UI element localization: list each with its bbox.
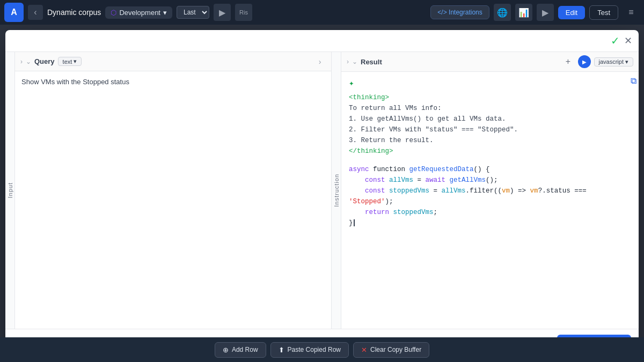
integrations-button[interactable]: </> Integrations — [430, 5, 489, 19]
copy-button[interactable]: ⧉ — [631, 76, 636, 86]
ris-label: Ris — [239, 9, 248, 16]
lang-chevron-icon: ▾ — [625, 58, 628, 65]
thinking-line-2: 1. Use getAllVms() to get all VMs data. — [349, 114, 631, 124]
add-row-button[interactable]: ⊕ Add Row — [215, 342, 266, 358]
branch-label: Development — [119, 9, 160, 17]
main-content: ✓ ✕ Input › ⌄ Query text ▾ — [0, 25, 644, 362]
result-code-content: ✦ <thinking> To return all VMs info: 1. … — [341, 72, 639, 329]
result-toggle-icon[interactable]: › — [347, 58, 349, 65]
branch-icon: ⬡ — [111, 9, 116, 17]
chart-icon: 📊 — [518, 8, 529, 18]
copy-icon: ⧉ — [631, 76, 636, 85]
result-col-actions: + ▶ javascript ▾ — [562, 55, 633, 68]
query-expand-icon[interactable]: › — [20, 58, 23, 65]
result-expand-icon[interactable]: ⌄ — [352, 58, 357, 65]
thinking-sparkle: ✦ — [349, 77, 631, 91]
input-label: Input — [7, 182, 13, 198]
code-line-3: const stoppedVms = allVms.filter((vm) =>… — [349, 186, 631, 207]
columns-wrapper: › ⌄ Query text ▾ › Show VMs with the Sto… — [15, 52, 639, 329]
result-col-title: Result — [361, 58, 382, 66]
page-title: Dynamic corpus — [47, 8, 101, 17]
ris-button[interactable]: Ris — [235, 4, 252, 21]
app-logo[interactable]: A — [4, 3, 24, 22]
edit-button[interactable]: Edit — [558, 6, 585, 19]
globe-icon: 🌐 — [497, 8, 508, 18]
panel-header: ✓ ✕ — [5, 30, 639, 52]
add-row-label: Add Row — [232, 346, 258, 353]
branch-selector[interactable]: ⬡ Development ▾ — [105, 6, 172, 19]
chart-button[interactable]: 📊 — [515, 4, 532, 21]
query-type-selector[interactable]: text ▾ — [58, 57, 82, 66]
paste-icon: ⬆ — [279, 346, 284, 354]
branch-chevron-icon: ▾ — [163, 9, 167, 17]
clear-icon: ✕ — [361, 346, 367, 354]
query-type-label: text — [63, 58, 72, 65]
add-row-icon: ⊕ — [223, 346, 229, 354]
thinking-open-tag: <thinking> — [349, 92, 631, 103]
result-area-wrap: ✦ <thinking> To return all VMs info: 1. … — [341, 72, 639, 329]
panel-body: Input › ⌄ Query text ▾ › — [5, 52, 639, 329]
query-text: Show VMs with the Stopped status — [21, 78, 129, 86]
result-play-icon: ▶ — [582, 59, 587, 65]
query-column: › ⌄ Query text ▾ › Show VMs with the Sto… — [15, 52, 332, 329]
result-col-header: › ⌄ Result + ▶ javascript — [341, 52, 639, 72]
result-column: › ⌄ Result + ▶ javascript — [341, 52, 639, 329]
thinking-line-4: 3. Return the result. — [349, 135, 631, 146]
query-col-title: Query — [34, 57, 55, 65]
env-select[interactable]: Last — [177, 6, 209, 19]
bottom-toolbar: ⊕ Add Row ⬆ Paste Copied Row ✕ Clear Cop… — [0, 337, 644, 362]
query-content: Show VMs with the Stopped status — [15, 71, 331, 329]
add-icon: + — [566, 57, 570, 67]
play-button[interactable]: ▶ — [537, 4, 554, 21]
play-icon: ▶ — [219, 8, 225, 18]
menu-icon: ≡ — [628, 8, 633, 17]
result-add-button[interactable]: + — [562, 55, 575, 68]
thinking-close-tag: </thinking> — [349, 146, 631, 157]
integrations-label: </> Integrations — [437, 9, 482, 16]
code-line-4: return stoppedVms; — [349, 207, 631, 218]
query-col-actions: › — [314, 56, 326, 68]
clear-label: Clear Copy Buffer — [370, 346, 421, 353]
clear-copy-buffer-button[interactable]: ✕ Clear Copy Buffer — [353, 342, 429, 358]
back-button[interactable]: ‹ — [28, 5, 43, 20]
test-button[interactable]: Test — [589, 5, 618, 20]
main-panel: ✓ ✕ Input › ⌄ Query text ▾ — [5, 30, 639, 357]
query-toggle-icon[interactable]: ⌄ — [26, 58, 31, 65]
code-line-5: } — [349, 218, 631, 228]
thinking-line-1: To return all VMs info: — [349, 103, 631, 114]
instruction-column: Instruction — [332, 52, 341, 329]
paste-label: Paste Copied Row — [288, 346, 341, 353]
query-type-chevron-icon: ▾ — [74, 58, 77, 65]
result-play-button[interactable]: ▶ — [578, 55, 591, 68]
close-button[interactable]: ✕ — [624, 35, 632, 47]
language-label: javascript — [599, 58, 624, 65]
query-col-header: › ⌄ Query text ▾ › — [15, 52, 331, 71]
thinking-line-3: 2. Filter VMs with "status" === "Stopped… — [349, 124, 631, 135]
query-expand2-icon[interactable]: › — [314, 56, 326, 68]
input-side-toggle[interactable]: Input — [5, 52, 15, 329]
menu-button[interactable]: ≡ — [623, 4, 640, 21]
code-line-2: const allVms = await getAllVms(); — [349, 175, 631, 186]
code-line-1: async function getRequestedData() { — [349, 164, 631, 175]
navbar: A ‹ Dynamic corpus ⬡ Development ▾ Last … — [0, 0, 644, 25]
play-nav-icon: ▶ — [542, 8, 548, 18]
instruction-label: Instruction — [333, 174, 340, 207]
paste-copied-row-button[interactable]: ⬆ Paste Copied Row — [270, 342, 349, 358]
language-selector[interactable]: javascript ▾ — [594, 57, 633, 67]
globe-button[interactable]: 🌐 — [494, 4, 511, 21]
check-icon: ✓ — [611, 34, 620, 47]
run-icon-button[interactable]: ▶ — [214, 4, 231, 21]
